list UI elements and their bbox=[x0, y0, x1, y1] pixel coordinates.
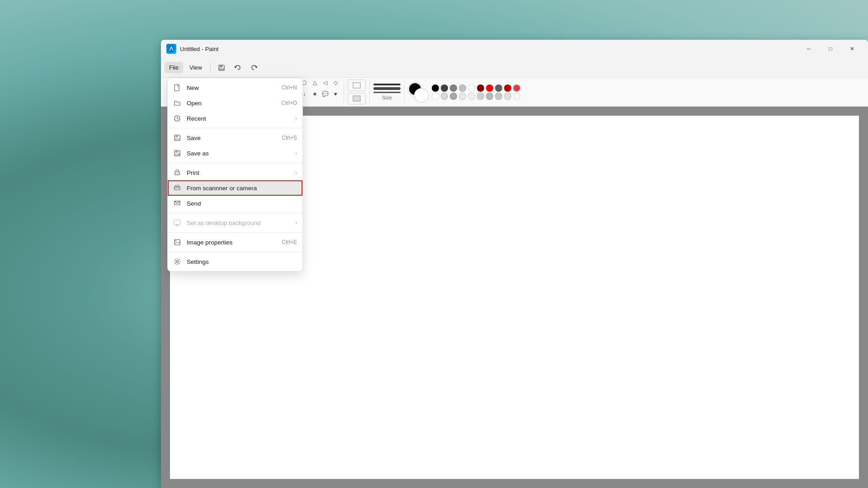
send-icon bbox=[173, 199, 181, 207]
maximize-button[interactable]: □ bbox=[820, 42, 841, 56]
print-icon bbox=[173, 169, 181, 177]
file-dropdown: New Ctrl+N Open Ctrl+O Recent › bbox=[167, 78, 303, 272]
open-label: Open bbox=[187, 100, 276, 107]
undo-icon bbox=[234, 64, 241, 71]
menu-image-props[interactable]: Image properties Ctrl+E bbox=[168, 235, 302, 250]
menu-save[interactable]: Save Ctrl+S bbox=[168, 130, 302, 145]
menu-scanner[interactable]: From scannner or camera bbox=[168, 180, 302, 196]
separator-4 bbox=[168, 232, 302, 233]
menu-new[interactable]: New Ctrl+N bbox=[168, 80, 302, 95]
image-props-shortcut: Ctrl+E bbox=[282, 239, 297, 245]
title-bar: Untitled - Paint ─ □ ✕ bbox=[161, 40, 868, 58]
save-icon bbox=[218, 64, 225, 71]
save-shortcut: Ctrl+S bbox=[282, 135, 297, 141]
image-props-label: Image properties bbox=[187, 239, 276, 246]
desktop-bg-label: Set as desktop background bbox=[187, 220, 288, 226]
scanner-label: From scannner or camera bbox=[187, 185, 297, 192]
open-shortcut: Ctrl+O bbox=[281, 100, 297, 106]
save-button[interactable] bbox=[214, 61, 229, 75]
window-title: Untitled - Paint bbox=[180, 46, 795, 52]
new-icon bbox=[173, 84, 181, 92]
save-icon-menu bbox=[173, 134, 181, 142]
new-label: New bbox=[187, 84, 276, 91]
send-label: Send bbox=[187, 200, 297, 207]
file-menu-item[interactable]: File bbox=[165, 62, 183, 73]
undo-button[interactable] bbox=[231, 61, 245, 75]
settings-icon bbox=[173, 258, 181, 266]
save-as-label: Save as bbox=[187, 150, 288, 157]
menu-settings[interactable]: Settings bbox=[168, 254, 302, 269]
recent-icon bbox=[173, 114, 181, 122]
recent-label: Recent bbox=[187, 115, 288, 122]
svg-rect-19 bbox=[176, 173, 179, 174]
svg-point-27 bbox=[175, 240, 177, 242]
save-as-arrow: › bbox=[295, 150, 297, 156]
settings-label: Settings bbox=[187, 258, 297, 265]
menu-desktop-bg: Set as desktop background › bbox=[168, 215, 302, 230]
close-button[interactable]: ✕ bbox=[842, 42, 863, 56]
file-menu-overlay: New Ctrl+N Open Ctrl+O Recent › bbox=[161, 78, 868, 488]
desktop-bg-icon bbox=[173, 219, 181, 227]
menu-print[interactable]: Print › bbox=[168, 165, 302, 180]
image-props-icon bbox=[173, 238, 181, 246]
menu-save-as[interactable]: Save as › bbox=[168, 145, 302, 161]
save-as-icon bbox=[173, 149, 181, 157]
menu-bar: File View bbox=[161, 58, 868, 78]
redo-icon bbox=[250, 64, 258, 71]
save-label: Save bbox=[187, 135, 276, 141]
menu-separator bbox=[210, 62, 211, 73]
view-menu-item[interactable]: View bbox=[185, 62, 207, 73]
redo-button[interactable] bbox=[247, 61, 261, 75]
separator-3 bbox=[168, 213, 302, 213]
recent-arrow: › bbox=[295, 116, 297, 121]
svg-rect-3 bbox=[219, 68, 224, 70]
separator-2 bbox=[168, 163, 302, 163]
svg-point-28 bbox=[176, 261, 179, 263]
svg-rect-14 bbox=[175, 138, 179, 140]
svg-rect-23 bbox=[174, 220, 180, 225]
menu-recent[interactable]: Recent › bbox=[168, 111, 302, 126]
app-icon bbox=[166, 44, 176, 54]
svg-rect-16 bbox=[175, 150, 178, 153]
window-controls: ─ □ ✕ bbox=[798, 42, 863, 56]
separator-1 bbox=[168, 128, 302, 128]
svg-rect-13 bbox=[175, 135, 178, 137]
print-label: Print bbox=[187, 169, 288, 176]
minimize-button[interactable]: ─ bbox=[798, 42, 819, 56]
desktop-bg-arrow: › bbox=[295, 220, 297, 225]
menu-open[interactable]: Open Ctrl+O bbox=[168, 95, 302, 111]
open-icon bbox=[173, 99, 181, 107]
svg-rect-2 bbox=[220, 65, 222, 67]
separator-5 bbox=[168, 252, 302, 252]
svg-rect-26 bbox=[175, 239, 180, 245]
print-arrow: › bbox=[295, 170, 297, 175]
new-shortcut: Ctrl+N bbox=[282, 84, 297, 91]
scanner-icon bbox=[173, 184, 181, 192]
paint-window: Untitled - Paint ─ □ ✕ File View bbox=[161, 40, 868, 488]
menu-send[interactable]: Send bbox=[168, 196, 302, 211]
